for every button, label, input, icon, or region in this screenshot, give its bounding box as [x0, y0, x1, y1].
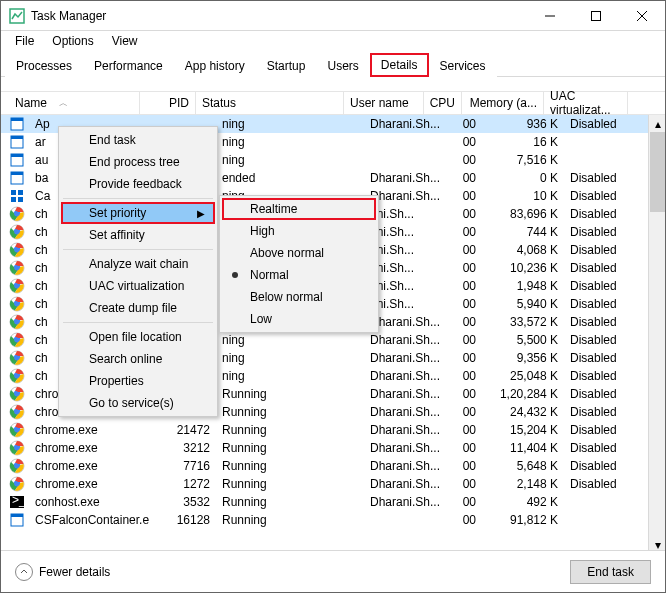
menu-item-provide-feedback[interactable]: Provide feedback [61, 173, 215, 195]
svg-rect-6 [11, 118, 23, 121]
app-icon [9, 8, 25, 24]
menu-item-low[interactable]: Low [222, 308, 376, 330]
close-button[interactable] [619, 1, 665, 31]
svg-rect-14 [18, 190, 23, 195]
col-cpu[interactable]: CPU [424, 92, 462, 114]
tab-processes[interactable]: Processes [5, 54, 83, 77]
menu-item-below-normal[interactable]: Below normal [222, 286, 376, 308]
process-icon [9, 458, 25, 474]
table-row[interactable]: chrome.exe21472RunningDharani.Sh...0015,… [1, 421, 665, 439]
maximize-button[interactable] [573, 1, 619, 31]
separator [63, 322, 213, 323]
col-name[interactable]: Name︿ [9, 92, 140, 114]
tab-performance[interactable]: Performance [83, 54, 174, 77]
window-title: Task Manager [31, 9, 527, 23]
process-icon [9, 224, 25, 240]
scroll-thumb[interactable] [650, 132, 665, 212]
menu-item-create-dump-file[interactable]: Create dump file [61, 297, 215, 319]
svg-rect-16 [18, 197, 23, 202]
col-status[interactable]: Status [196, 92, 344, 114]
menu-item-above-normal[interactable]: Above normal [222, 242, 376, 264]
fewer-details-button[interactable]: Fewer details [15, 563, 110, 581]
svg-rect-12 [11, 172, 23, 175]
table-row[interactable]: chrome.exe3212RunningDharani.Sh...0011,4… [1, 439, 665, 457]
table-row[interactable]: chrome.exe1272RunningDharani.Sh...002,14… [1, 475, 665, 493]
col-pid[interactable]: PID [140, 92, 196, 114]
col-uac[interactable]: UAC virtualizat... [544, 92, 628, 114]
radio-dot-icon [232, 272, 238, 278]
menu-item-set-affinity[interactable]: Set affinity [61, 224, 215, 246]
table-row[interactable]: chrome.exe7716RunningDharani.Sh...005,64… [1, 457, 665, 475]
table-row[interactable]: >_conhost.exe3532RunningDharani.Sh...004… [1, 493, 665, 511]
menu-item-search-online[interactable]: Search online [61, 348, 215, 370]
col-user[interactable]: User name [344, 92, 424, 114]
menu-item-properties[interactable]: Properties [61, 370, 215, 392]
separator [63, 198, 213, 199]
tab-services[interactable]: Services [429, 54, 497, 77]
process-icon [9, 314, 25, 330]
menu-item-open-file-location[interactable]: Open file location [61, 326, 215, 348]
svg-rect-13 [11, 190, 16, 195]
menu-options[interactable]: Options [44, 32, 101, 50]
process-icon [9, 332, 25, 348]
menu-item-uac-virtualization[interactable]: UAC virtualization [61, 275, 215, 297]
process-icon [9, 368, 25, 384]
svg-rect-15 [11, 197, 16, 202]
process-icon [9, 116, 25, 132]
tab-details[interactable]: Details [370, 53, 429, 77]
svg-rect-8 [11, 136, 23, 139]
priority-submenu: RealtimeHighAbove normalNormalBelow norm… [219, 195, 379, 333]
menu-item-high[interactable]: High [222, 220, 376, 242]
chevron-up-icon [15, 563, 33, 581]
svg-rect-52 [11, 514, 23, 517]
menu-item-realtime[interactable]: Realtime [222, 198, 376, 220]
column-headers: Name︿ PID Status User name CPU Memory (a… [1, 91, 665, 115]
menu-item-analyze-wait-chain[interactable]: Analyze wait chain [61, 253, 215, 275]
sort-arrow-icon: ︿ [59, 97, 68, 110]
process-icon [9, 386, 25, 402]
process-icon [9, 296, 25, 312]
process-icon [9, 476, 25, 492]
tabs: ProcessesPerformanceApp historyStartupUs… [1, 51, 665, 77]
table-row[interactable]: CSFalconContainer.e16128Running0091,812 … [1, 511, 665, 529]
tab-startup[interactable]: Startup [256, 54, 317, 77]
minimize-button[interactable] [527, 1, 573, 31]
menu-item-normal[interactable]: Normal [222, 264, 376, 286]
process-icon [9, 422, 25, 438]
process-icon [9, 152, 25, 168]
chevron-right-icon: ▶ [197, 208, 205, 219]
process-icon [9, 134, 25, 150]
menu-item-set-priority[interactable]: Set priority▶ [61, 202, 215, 224]
process-icon [9, 440, 25, 456]
process-icon [9, 512, 25, 528]
process-icon [9, 278, 25, 294]
menu-item-end-task[interactable]: End task [61, 129, 215, 151]
context-menu: End taskEnd process treeProvide feedback… [58, 126, 218, 417]
col-mem[interactable]: Memory (a... [462, 92, 544, 114]
process-icon [9, 404, 25, 420]
tab-app-history[interactable]: App history [174, 54, 256, 77]
menu-view[interactable]: View [104, 32, 146, 50]
process-icon [9, 170, 25, 186]
process-icon [9, 260, 25, 276]
scrollbar[interactable]: ▴ ▾ [648, 115, 665, 553]
menu-item-go-to-service-s-[interactable]: Go to service(s) [61, 392, 215, 414]
footer: Fewer details End task [1, 550, 665, 592]
separator [63, 249, 213, 250]
process-icon [9, 350, 25, 366]
menubar: FileOptionsView [1, 31, 665, 51]
process-icon [9, 206, 25, 222]
process-icon: >_ [9, 494, 25, 510]
svg-text:>_: >_ [12, 494, 25, 507]
titlebar: Task Manager [1, 1, 665, 31]
tab-users[interactable]: Users [316, 54, 369, 77]
svg-rect-10 [11, 154, 23, 157]
process-icon [9, 188, 25, 204]
svg-rect-2 [592, 11, 601, 20]
process-icon [9, 242, 25, 258]
scroll-up-icon[interactable]: ▴ [649, 115, 665, 132]
menu-item-end-process-tree[interactable]: End process tree [61, 151, 215, 173]
menu-file[interactable]: File [7, 32, 42, 50]
end-task-button[interactable]: End task [570, 560, 651, 584]
